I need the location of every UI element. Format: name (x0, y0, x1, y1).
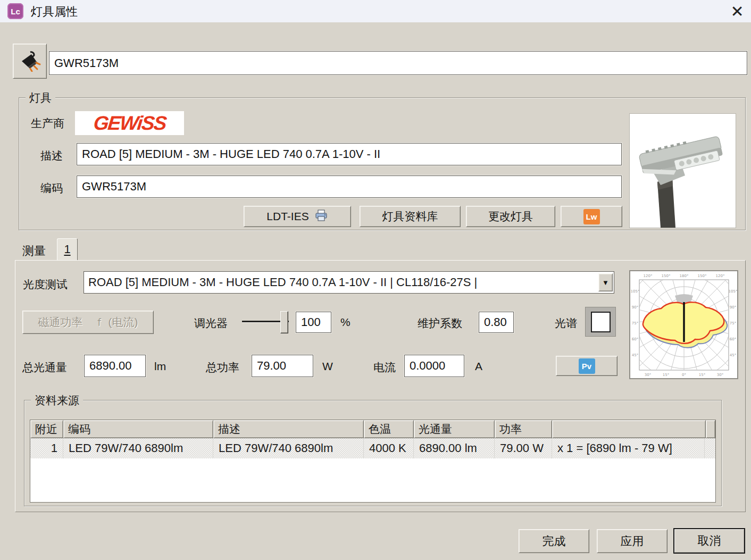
data-source-groupbox: 资料来源 附近 编码 描述 色温 光通量 功率 1 LED 79W/740 68… (24, 400, 722, 506)
svg-text:90°: 90° (730, 305, 736, 310)
table-empty-area (30, 458, 715, 502)
source-table-header: 附近 编码 描述 色温 光通量 功率 (30, 420, 715, 438)
svg-text:30°: 30° (645, 373, 651, 377)
spectrum-swatch-button[interactable] (585, 307, 616, 337)
measurement-label: 测量 (22, 243, 46, 259)
luminaire-properties-dialog: Lc 灯具属性 ✕ 灯具 生产商 GEWiSS 描述 (0, 0, 751, 560)
photometry-select[interactable]: ROAD [5] MEDIUM - 3M - HUGE LED 740 0.7A… (84, 271, 614, 294)
dimmer-input[interactable] (296, 312, 331, 333)
svg-text:15°: 15° (663, 373, 669, 377)
dimmer-label: 调光器 (194, 316, 228, 331)
gewiss-logo-text: GEWiSS (92, 112, 166, 135)
svg-text:30°: 30° (717, 373, 723, 377)
total-flux-unit: lm (154, 360, 166, 373)
total-power-input[interactable] (252, 355, 313, 377)
printer-icon (314, 209, 328, 224)
svg-text:0°: 0° (682, 373, 686, 377)
cancel-button[interactable]: 取消 (673, 528, 745, 554)
col-flux[interactable]: 光通量 (414, 420, 495, 438)
total-flux-input[interactable] (84, 355, 146, 377)
chevron-down-icon[interactable]: ▼ (598, 273, 613, 291)
maintenance-input[interactable] (479, 312, 514, 333)
svg-text:75°: 75° (730, 321, 736, 325)
cell-description: LED 79W/740 6890lm (213, 438, 364, 458)
manufacturer-logo: GEWiSS (75, 111, 184, 135)
current-input[interactable] (404, 355, 464, 377)
cell-power: 79.00 W (495, 438, 552, 458)
total-power-label: 总功率 (206, 360, 239, 375)
dimmer-unit: % (340, 316, 351, 329)
manufacturer-label: 生产商 (31, 116, 64, 131)
flux-power-button: 磁通功率 ｆ (电流) (22, 311, 154, 334)
col-code[interactable]: 编码 (63, 420, 213, 438)
luminaire-library-button[interactable]: 灯具资料库 (360, 206, 461, 227)
col-power[interactable]: 功率 (495, 420, 552, 438)
photometry-selected-value: ROAD [5] MEDIUM - 3M - HUGE LED 740 0.7A… (84, 275, 598, 289)
col-cct[interactable]: 色温 (364, 420, 414, 438)
svg-text:105°: 105° (729, 289, 737, 294)
window-title: 灯具属性 (31, 4, 78, 20)
description-label: 描述 (40, 148, 63, 163)
svg-text:15°: 15° (699, 373, 705, 377)
ldt-ies-button[interactable]: LDT-IES (244, 206, 351, 227)
svg-text:60°: 60° (730, 337, 736, 341)
current-label: 电流 (373, 360, 396, 375)
source-table[interactable]: 附近 编码 描述 色温 光通量 功率 1 LED 79W/740 6890lm … (30, 420, 716, 503)
svg-text:105°: 105° (631, 289, 640, 294)
col-nearby[interactable]: 附近 (30, 420, 63, 438)
code-label: 编码 (40, 181, 63, 196)
close-icon[interactable]: ✕ (727, 1, 748, 21)
svg-text:90°: 90° (632, 305, 638, 310)
lw-icon: Lw (583, 209, 600, 224)
total-power-unit: W (322, 360, 333, 373)
apply-button[interactable]: 应用 (597, 529, 667, 553)
col-description[interactable]: 描述 (213, 420, 364, 438)
litestar-web-button[interactable]: Lw (561, 206, 622, 227)
svg-text:120°: 120° (716, 274, 725, 278)
svg-text:60°: 60° (632, 337, 638, 341)
tab-number: 1 (64, 243, 70, 256)
cell-flux: 6890.00 lm (414, 438, 495, 458)
total-flux-label: 总光通量 (22, 360, 67, 375)
luminaire-photo (629, 113, 736, 228)
luminaire-icon-button[interactable] (13, 44, 47, 79)
change-luminaire-button[interactable]: 更改灯具 (466, 206, 555, 227)
polar-diagram: 120°150°180°150°120°30°15°0°15°30°105°90… (629, 270, 738, 379)
finish-button[interactable]: 完成 (519, 529, 589, 553)
svg-text:45°: 45° (730, 353, 736, 357)
pv-button[interactable]: Pv (556, 356, 618, 376)
ldt-ies-label: LDT-IES (266, 210, 308, 223)
cell-end-spacer (705, 438, 715, 458)
pv-icon: Pv (579, 358, 595, 374)
luminaire-name-input[interactable] (49, 51, 747, 75)
cell-nearby: 1 (30, 438, 63, 458)
spectrum-label: 光谱 (555, 316, 577, 331)
svg-text:45°: 45° (632, 353, 638, 357)
col-end-spacer (706, 420, 715, 438)
dimmer-slider-thumb[interactable] (280, 311, 288, 333)
tab-measurement-1[interactable]: 1 (57, 238, 78, 261)
spotlight-icon (18, 48, 41, 74)
spectrum-color (591, 312, 611, 332)
cell-code: LED 79W/740 6890lm (63, 438, 213, 458)
data-source-title: 资料来源 (31, 393, 83, 408)
svg-text:180°: 180° (680, 274, 689, 278)
title-bar: Lc 灯具属性 ✕ (0, 0, 751, 22)
svg-text:120°: 120° (644, 274, 653, 278)
code-input[interactable] (77, 175, 622, 198)
photometry-label: 光度测试 (23, 277, 68, 292)
col-extra[interactable] (552, 420, 706, 438)
svg-text:75°: 75° (632, 321, 638, 325)
svg-text:150°: 150° (698, 274, 707, 278)
cell-multiplier: x 1 = [6890 lm - 79 W] (552, 438, 705, 458)
table-row[interactable]: 1 LED 79W/740 6890lm LED 79W/740 6890lm … (30, 438, 715, 458)
luminaire-groupbox: 灯具 生产商 GEWiSS 描述 编码 LDT-IES 灯具资料库 更改灯具 L… (19, 97, 746, 230)
luminaire-group-title: 灯具 (26, 90, 55, 105)
svg-text:150°: 150° (662, 274, 671, 278)
cell-cct: 4000 K (364, 438, 414, 458)
description-input[interactable] (77, 143, 622, 165)
current-unit: A (475, 360, 482, 373)
app-logo-icon: Lc (7, 3, 23, 19)
maintenance-label: 维护系数 (418, 316, 462, 331)
